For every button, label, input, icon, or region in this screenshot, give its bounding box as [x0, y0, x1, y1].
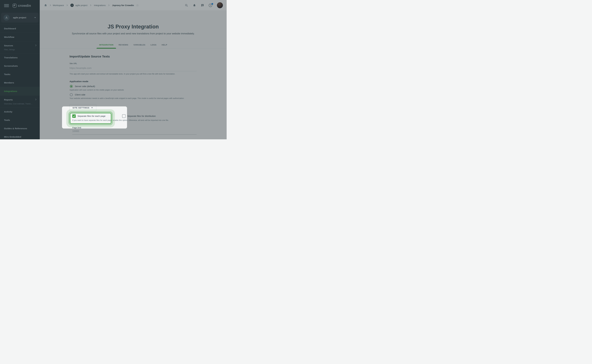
sidebar-item-tasks[interactable]: Tasks [0, 70, 40, 78]
integration-form: Import/Update Source Texts Site URL http… [40, 49, 227, 135]
breadcrumb-workspace[interactable]: Workspace [53, 4, 64, 7]
main-area: Workspace A agile project Integrations J… [40, 0, 227, 139]
sidebar-item-members[interactable]: Members [0, 78, 40, 87]
messages-chat-icon[interactable] [201, 4, 204, 7]
section-title: Import/Update Source Texts [70, 55, 227, 58]
checkbox-separate-files-distribution[interactable]: Separate files for distribution [122, 114, 156, 118]
site-url-label: Site URL [70, 62, 227, 65]
crowdin-logo[interactable]: crowdin [13, 3, 31, 8]
checkbox-hint: If you want to have separate files for e… [72, 119, 227, 121]
project-avatar: A [3, 15, 10, 21]
chevron-right-icon [34, 98, 37, 101]
sidebar-item-miro-embedded[interactable]: Miro Embedded [0, 133, 40, 139]
sidebar-item-translations[interactable]: Translations [0, 53, 40, 62]
header-actions: ? [185, 2, 223, 8]
crowdin-logo-text: crowdin [18, 4, 31, 8]
page-title: JS Proxy Integration [40, 24, 227, 30]
help-icon[interactable]: ? [209, 4, 212, 7]
sidebar-top: crowdin [0, 0, 40, 11]
chevron-right-icon [66, 4, 68, 6]
sidebar-item-dashboard[interactable]: Dashboard [0, 24, 40, 33]
page-limit-input[interactable]: 10000 [72, 130, 197, 135]
site-url-hint: This app will crawl your website and ext… [70, 73, 227, 75]
sidebar-nav: Dashboard Workflow Sources Files, String… [0, 24, 40, 139]
site-settings-section: SITE SETTINGS Separate files for each pa… [70, 104, 227, 135]
server-side-hint: Application will scan content on the vis… [70, 89, 227, 91]
crowdin-logo-icon [13, 3, 17, 8]
checkbox-separate-files-each-page[interactable]: Separate files for each page [72, 114, 122, 118]
breadcrumb-project[interactable]: A agile project [70, 4, 87, 7]
chevron-right-icon [89, 4, 92, 6]
chevron-right-icon [34, 44, 37, 47]
radio-client-side[interactable]: Client side [70, 93, 227, 96]
tab-integration[interactable]: INTEGRATION [97, 44, 116, 49]
chevron-right-icon [49, 4, 52, 6]
sidebar-item-integrations[interactable]: Integrations [0, 87, 40, 95]
tab-logs[interactable]: LOGS [148, 44, 159, 49]
site-settings-toggle-button[interactable]: SITE SETTINGS [70, 104, 96, 111]
radio-server-side[interactable]: Server side (default) [70, 85, 227, 88]
search-icon[interactable] [185, 4, 188, 7]
breadcrumb-current-page: Jsproxy for Crowdin [112, 4, 134, 7]
top-header: Workspace A agile project Integrations J… [40, 0, 227, 11]
caret-down-icon [34, 17, 36, 18]
page-subtitle: Synchronize all source files with your p… [40, 32, 227, 35]
chevron-up-icon [91, 107, 93, 109]
tab-reviews[interactable]: REVIEWS [116, 44, 131, 49]
sidebar-item-guides-references[interactable]: Guides & References [0, 124, 40, 133]
breadcrumb: Workspace A agile project Integrations J… [44, 4, 185, 7]
sidebar: crowdin A agile project Dashboard Workfl… [0, 0, 40, 139]
sidebar-item-screenshots[interactable]: Screenshots [0, 62, 40, 70]
site-url-input[interactable]: https://example.com [70, 67, 197, 71]
app-window: crowdin A agile project Dashboard Workfl… [0, 0, 227, 139]
favorite-star-icon[interactable]: ☆ [136, 4, 139, 7]
project-avatar-small: A [70, 4, 74, 7]
tab-bar: INTEGRATION REVIEWS VARIABLES LOGS HELP [40, 44, 227, 49]
home-icon[interactable] [44, 4, 47, 7]
project-selector[interactable]: A agile project [1, 13, 39, 23]
user-avatar[interactable] [217, 2, 223, 8]
tab-help[interactable]: HELP [159, 44, 170, 49]
sidebar-item-workflow[interactable]: Workflow [0, 33, 40, 41]
sidebar-item-sources[interactable]: Sources Files, Strings [0, 41, 40, 53]
tab-variables[interactable]: VARIABLES [131, 44, 148, 49]
client-side-hint: Your website administrator needs to add … [70, 97, 227, 99]
breadcrumb-integrations[interactable]: Integrations [94, 4, 106, 7]
sidebar-item-activity[interactable]: Activity [0, 108, 40, 116]
sidebar-item-tools[interactable]: Tools [0, 116, 40, 124]
radio-checked-icon [70, 85, 73, 88]
sidebar-item-reports[interactable]: Reports Overview, Cost estimate, Transl… [0, 96, 40, 107]
application-mode-label: Application mode [70, 80, 227, 83]
checkbox-unchecked-icon [122, 114, 126, 118]
hamburger-menu-icon[interactable] [4, 4, 9, 8]
checkbox-row: Separate files for each page Separate fi… [72, 114, 227, 118]
notifications-bell-icon[interactable] [193, 4, 196, 7]
page-hero: JS Proxy Integration Synchronize all sou… [40, 11, 227, 35]
checkbox-checked-icon [72, 114, 76, 118]
notification-dot [212, 3, 213, 5]
project-name: agile project [13, 16, 34, 19]
page-limit-label: Page limit [72, 126, 227, 129]
chevron-right-icon [108, 4, 110, 6]
radio-unchecked-icon [70, 93, 73, 96]
